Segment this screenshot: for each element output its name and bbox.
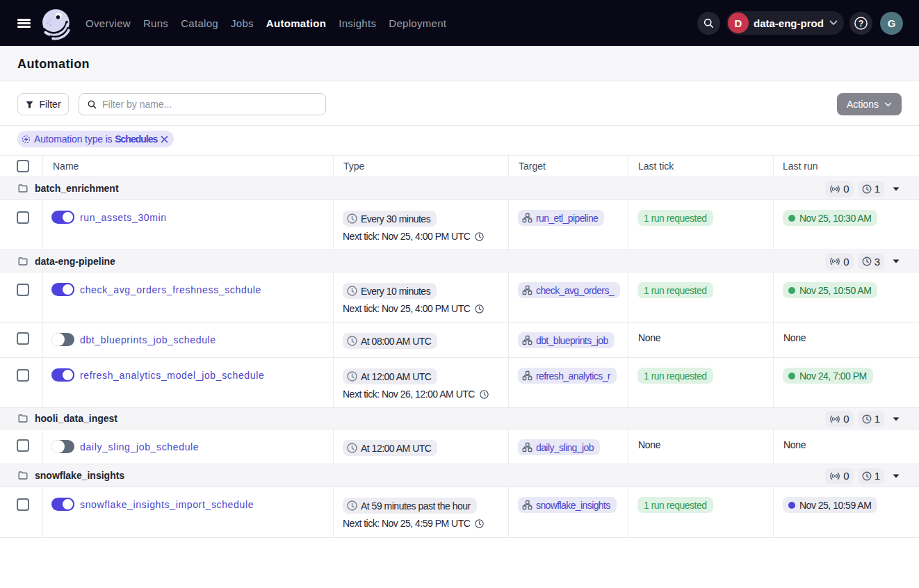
svg-text:?: ?: [859, 19, 864, 28]
